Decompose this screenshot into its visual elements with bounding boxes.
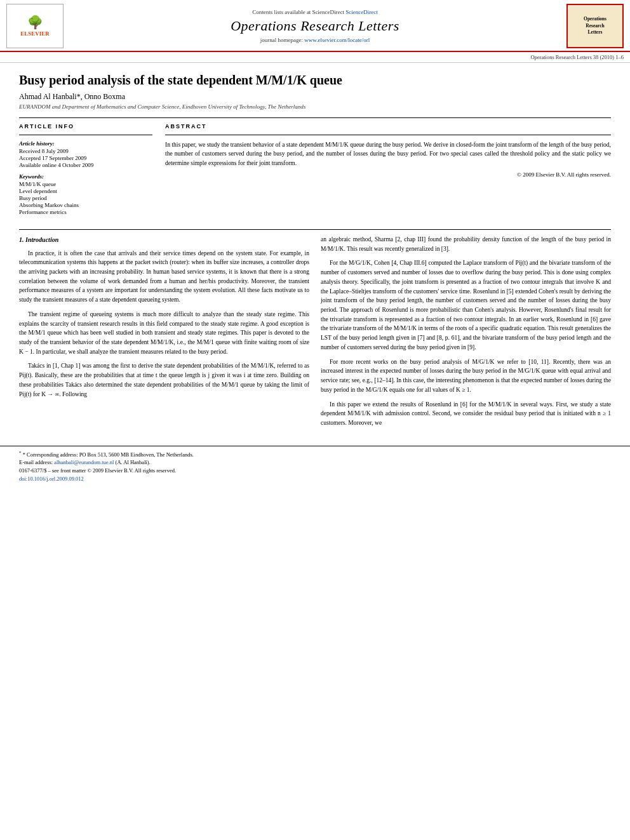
top-meta-line: Operations Research Letters 38 (2010) 1–… — [0, 52, 630, 63]
abstract-copyright: © 2009 Elsevier B.V. All rights reserved… — [165, 171, 611, 178]
divider-top — [19, 117, 611, 118]
orl-logo-line1: Operations — [584, 16, 607, 23]
elsevier-logo: 🌳 ELSEVIER — [20, 14, 50, 38]
email-link[interactable]: alhanbali@eurandom.tue.nl — [54, 459, 114, 465]
footer-doi: doi:10.1016/j.orl.2009.09.012 — [19, 476, 611, 482]
body-section: 1. Introduction In practice, it is often… — [19, 235, 611, 433]
corresponding-address: * Corresponding address: PO Box 513, 560… — [23, 451, 194, 457]
footnote-star: * — [19, 450, 22, 455]
intro-title: 1. Introduction — [19, 235, 309, 245]
article-info-panel: ARTICLE INFO Article history: Received 8… — [19, 123, 152, 220]
divider-body — [19, 229, 611, 230]
right-para-4: In this paper we extend the results of R… — [321, 400, 611, 428]
section-heading: Introduction — [25, 236, 58, 243]
footer-copyright: 0167-6377/$ – see front matter © 2009 El… — [19, 467, 611, 474]
col-right: an algebraic method, Sharma [2, chap III… — [321, 235, 611, 433]
orl-logo-box: Operations Research Letters — [566, 4, 624, 48]
abstract-header: ABSTRACT — [165, 123, 611, 130]
available-date: Available online 4 October 2009 — [19, 162, 152, 168]
footer-email: E-mail address: alhanbali@eurandom.tue.n… — [19, 459, 611, 465]
doi-link[interactable]: doi:10.1016/j.orl.2009.09.012 — [19, 476, 84, 482]
right-para-1: an algebraic method, Sharma [2, chap III… — [321, 235, 611, 253]
article-info-divider — [19, 135, 152, 135]
col-left: 1. Introduction In practice, it is often… — [19, 235, 309, 433]
email-label: E-mail address: — [19, 459, 53, 465]
elsevier-tree-icon: 🌳 — [20, 14, 50, 30]
elsevier-logo-box: 🌳 ELSEVIER — [6, 4, 64, 48]
journal-meta: Contents lists available at ScienceDirec… — [76, 9, 554, 15]
keywords-block: Keywords: M/M/1/K queue Level dependent … — [19, 173, 152, 215]
keywords-list: M/M/1/K queue Level dependent Busy perio… — [19, 181, 152, 215]
article-history-block: Article history: Received 8 July 2009 Ac… — [19, 140, 152, 168]
journal-header: 🌳 ELSEVIER Contents lists available at S… — [0, 0, 630, 52]
orl-logo-line3: Letters — [584, 29, 607, 36]
orl-logo: Operations Research Letters — [584, 16, 607, 36]
article-info-header: ARTICLE INFO — [19, 123, 152, 130]
accepted-date: Accepted 17 September 2009 — [19, 155, 152, 161]
orl-logo-line2: Research — [584, 23, 607, 30]
keyword-1: M/M/1/K queue — [19, 181, 152, 187]
journal-citation: Operations Research Letters 38 (2010) 1–… — [530, 54, 624, 60]
abstract-divider — [165, 135, 611, 135]
sciencedirect-link[interactable]: ScienceDirect — [345, 9, 377, 15]
journal-homepage: journal homepage: www.elsevier.com/locat… — [76, 37, 554, 43]
intro-para-1: In practice, it is often the case that a… — [19, 249, 309, 305]
right-para-3: For more recent works on the busy period… — [321, 357, 611, 395]
intro-para-2: The transient regime of queueing systems… — [19, 310, 309, 357]
keyword-5: Performance metrics — [19, 209, 152, 215]
received-date: Received 8 July 2009 — [19, 148, 152, 154]
history-label: Article history: — [19, 140, 152, 147]
email-suffix: (A. Al Hanbali). — [116, 459, 151, 465]
affiliation: EURANDOM and Department of Mathematics a… — [19, 103, 611, 110]
keyword-3: Busy period — [19, 195, 152, 201]
right-para-2: For the M/G/1/K, Cohen [4, Chap III.6] c… — [321, 258, 611, 352]
keyword-2: Level dependent — [19, 188, 152, 194]
abstract-text: In this paper, we study the transient be… — [165, 140, 611, 168]
section-number: 1. — [19, 236, 24, 243]
journal-title: Operations Research Letters — [76, 18, 554, 34]
journal-url[interactable]: www.elsevier.com/locate/orl — [304, 37, 370, 43]
keyword-4: Absorbing Markov chains — [19, 202, 152, 208]
keywords-label: Keywords: — [19, 173, 152, 180]
abstract-section: ABSTRACT In this paper, we study the tra… — [165, 123, 611, 220]
intro-para-3: Takács in [1, Chap 1] was among the firs… — [19, 361, 309, 399]
paper-title: Busy period analysis of the state depend… — [19, 72, 611, 88]
footer-corresponding: * * Corresponding address: PO Box 513, 5… — [19, 450, 611, 458]
article-meta-section: ARTICLE INFO Article history: Received 8… — [19, 123, 611, 220]
journal-header-center: Contents lists available at ScienceDirec… — [64, 9, 566, 43]
authors: Ahmad Al Hanbali*, Onno Boxma — [19, 92, 611, 102]
footer: * * Corresponding address: PO Box 513, 5… — [0, 446, 630, 487]
elsevier-label: ELSEVIER — [20, 30, 50, 38]
main-content: Busy period analysis of the state depend… — [0, 63, 630, 439]
